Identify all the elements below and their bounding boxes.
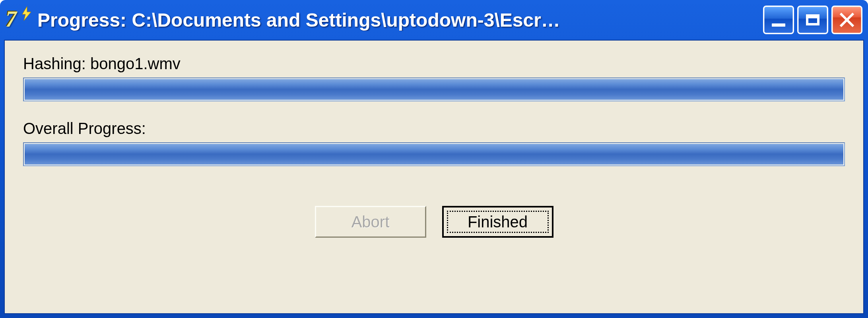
app-icon: 7	[6, 8, 29, 32]
hashing-progress-fill	[25, 79, 843, 100]
window-frame: 7 Progress: C:\Documents and Settings\up…	[0, 0, 868, 318]
overall-section: Overall Progress:	[23, 120, 845, 166]
button-row: Abort Finished	[23, 206, 845, 238]
hashing-label: Hashing: bongo1.wmv	[23, 55, 845, 73]
caption-buttons	[763, 6, 862, 34]
hashing-prefix: Hashing:	[23, 55, 90, 72]
hashing-section: Hashing: bongo1.wmv	[23, 55, 845, 101]
overall-progress-fill	[25, 144, 843, 165]
minimize-button[interactable]	[763, 6, 794, 34]
client-area: Hashing: bongo1.wmv Overall Progress: Ab…	[4, 40, 864, 314]
maximize-button[interactable]	[797, 6, 828, 34]
overall-progressbar	[23, 142, 845, 166]
finished-button-label: Finished	[468, 213, 528, 231]
abort-button: Abort	[315, 206, 426, 238]
maximize-icon	[806, 14, 819, 25]
window-title: Progress: C:\Documents and Settings\upto…	[37, 9, 763, 31]
close-button[interactable]	[831, 6, 862, 34]
hashing-progressbar	[23, 78, 845, 101]
overall-label: Overall Progress:	[23, 120, 845, 138]
svg-marker-0	[22, 6, 31, 21]
minimize-icon	[772, 23, 785, 27]
finished-button[interactable]: Finished	[442, 206, 553, 238]
hashing-filename: bongo1.wmv	[90, 55, 181, 72]
titlebar[interactable]: 7 Progress: C:\Documents and Settings\up…	[0, 0, 868, 40]
abort-button-label: Abort	[351, 213, 390, 231]
lightning-icon	[21, 6, 32, 21]
close-icon	[839, 12, 855, 28]
